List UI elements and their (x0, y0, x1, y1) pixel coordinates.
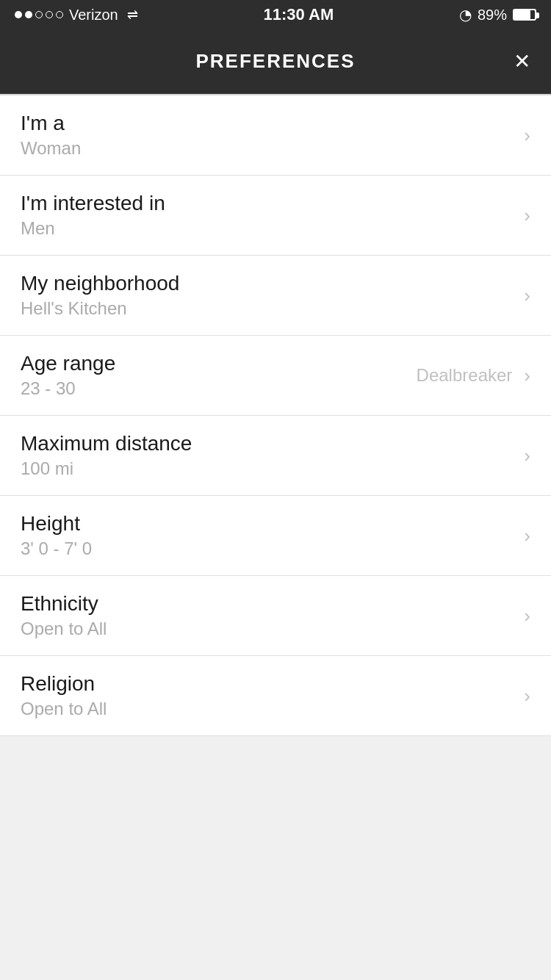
chevron-icon-interested-in: › (524, 204, 530, 227)
chevron-icon-im-a: › (524, 124, 530, 147)
dealbreaker-label: Dealbreaker (417, 365, 513, 386)
pref-row-interested-in[interactable]: I'm interested in Men › (0, 176, 551, 256)
pref-subtitle-ethnicity: Open to All (21, 619, 107, 639)
pref-title-im-a: I'm a (21, 112, 81, 135)
pref-subtitle-interested-in: Men (21, 218, 165, 239)
pref-title-ethnicity: Ethnicity (21, 592, 107, 616)
pref-title-interested-in: I'm interested in (21, 192, 165, 215)
pref-title-neighborhood: My neighborhood (21, 272, 179, 295)
nav-bar: PREFERENCES ✕ (0, 29, 551, 94)
chevron-icon-age-range: › (524, 364, 530, 387)
signal-dots (15, 11, 63, 18)
lock-icon: ◔ (459, 6, 472, 24)
signal-dot-1 (15, 11, 22, 18)
chevron-icon-religion: › (524, 685, 530, 707)
signal-dot-4 (46, 11, 53, 18)
pref-subtitle-max-distance: 100 mi (21, 458, 192, 479)
pref-row-ethnicity[interactable]: Ethnicity Open to All › (0, 576, 551, 656)
battery-percentage: 89% (478, 7, 507, 24)
pref-title-height: Height (21, 512, 92, 536)
status-bar: Verizon ⇌ 11:30 AM ◔ 89% (0, 0, 551, 29)
pref-row-height[interactable]: Height 3' 0 - 7' 0 › (0, 496, 551, 576)
chevron-icon-ethnicity: › (524, 605, 530, 627)
close-button[interactable]: ✕ (514, 49, 530, 73)
pref-row-religion[interactable]: Religion Open to All › (0, 656, 551, 736)
pref-subtitle-age-range: 23 - 30 (21, 378, 115, 399)
pref-title-religion: Religion (21, 672, 107, 696)
pref-row-max-distance[interactable]: Maximum distance 100 mi › (0, 416, 551, 496)
battery-icon (513, 9, 536, 21)
pref-title-max-distance: Maximum distance (21, 432, 192, 455)
pref-subtitle-religion: Open to All (21, 699, 107, 719)
pref-title-age-range: Age range (21, 352, 115, 375)
chevron-icon-max-distance: › (524, 444, 530, 467)
chevron-icon-height: › (524, 525, 530, 547)
signal-dot-2 (25, 11, 32, 18)
pref-subtitle-height: 3' 0 - 7' 0 (21, 538, 92, 559)
signal-dot-3 (35, 11, 43, 18)
pref-subtitle-im-a: Woman (21, 138, 81, 159)
status-time: 11:30 AM (263, 5, 334, 24)
pref-row-neighborhood[interactable]: My neighborhood Hell's Kitchen › (0, 256, 551, 336)
pref-row-im-a[interactable]: I'm a Woman › (0, 96, 551, 176)
signal-dot-5 (56, 11, 63, 18)
carrier-label: Verizon (69, 7, 118, 24)
wifi-icon: ⇌ (127, 7, 138, 23)
pref-subtitle-neighborhood: Hell's Kitchen (21, 298, 179, 319)
preferences-list: I'm a Woman › I'm interested in Men › My… (0, 96, 551, 736)
nav-title: PREFERENCES (195, 50, 355, 73)
bottom-fill (0, 736, 551, 964)
status-left: Verizon ⇌ (15, 7, 138, 24)
chevron-icon-neighborhood: › (524, 284, 530, 307)
pref-row-age-range[interactable]: Age range 23 - 30 Dealbreaker › (0, 336, 551, 416)
status-right: ◔ 89% (459, 6, 536, 24)
